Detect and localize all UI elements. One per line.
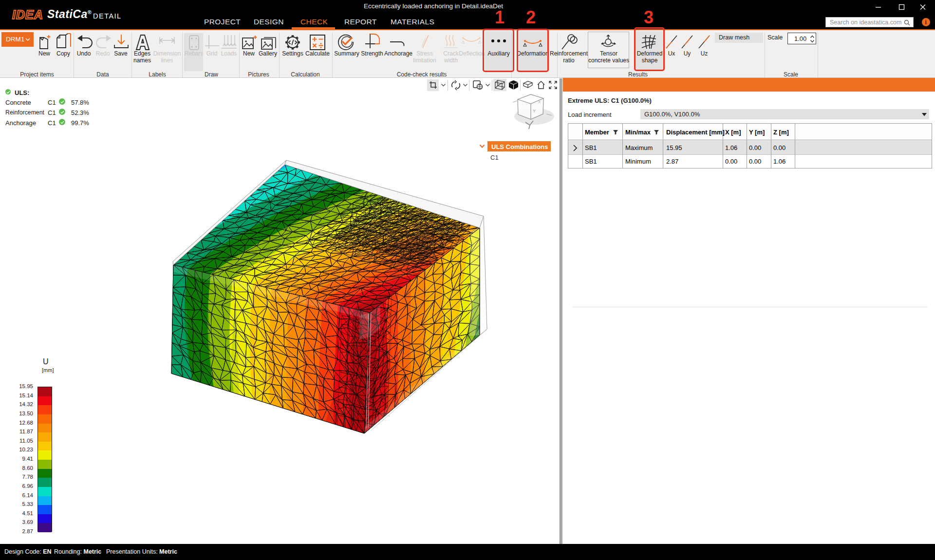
svg-text:Y: Y [533,109,536,113]
svg-text:IDEA: IDEA [12,8,43,21]
svg-text:X: X [538,100,541,104]
